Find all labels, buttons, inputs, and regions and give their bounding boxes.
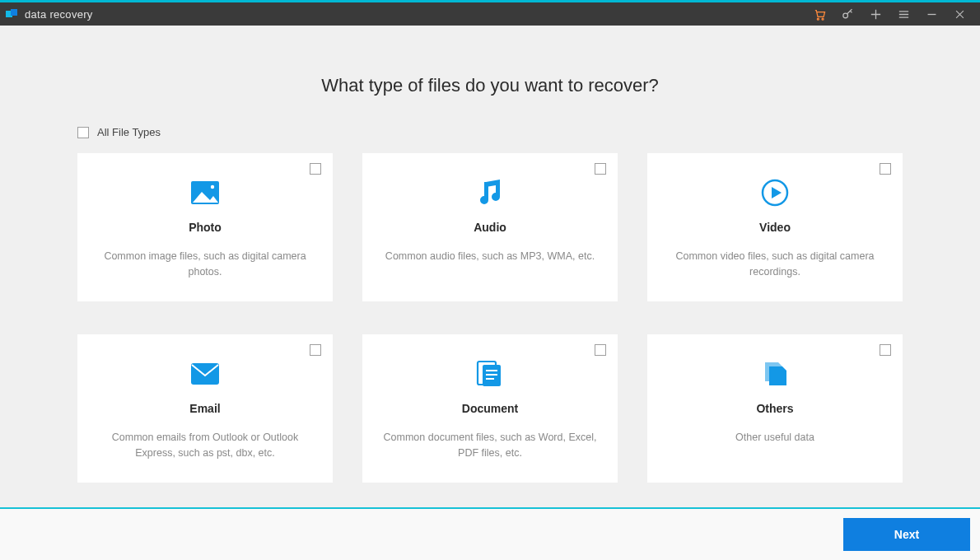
all-file-types-label: All File Types bbox=[97, 126, 161, 138]
cart-icon[interactable] bbox=[805, 2, 833, 26]
svg-point-6 bbox=[211, 185, 214, 189]
all-file-types-checkbox[interactable] bbox=[77, 127, 89, 138]
document-icon bbox=[475, 357, 505, 390]
card-photo-title: Photo bbox=[189, 221, 222, 234]
card-email-checkbox[interactable] bbox=[310, 344, 321, 356]
card-video-title: Video bbox=[759, 221, 791, 234]
main-content: What type of files do you want to recove… bbox=[0, 26, 980, 507]
file-type-cards: Photo Common image files, such as digita… bbox=[77, 153, 903, 483]
card-video-checkbox[interactable] bbox=[880, 163, 891, 175]
minimize-icon[interactable] bbox=[917, 2, 945, 26]
all-file-types-row[interactable]: All File Types bbox=[77, 126, 903, 138]
key-icon[interactable] bbox=[833, 2, 861, 26]
card-video[interactable]: Video Common video files, such as digita… bbox=[647, 153, 903, 301]
card-email[interactable]: Email Common emails from Outlook or Outl… bbox=[77, 334, 333, 483]
card-email-title: Email bbox=[189, 402, 220, 415]
play-circle-icon bbox=[760, 176, 790, 209]
card-others-desc: Other useful data bbox=[735, 430, 814, 446]
mail-icon bbox=[190, 357, 220, 390]
card-photo-checkbox[interactable] bbox=[310, 163, 321, 175]
svg-rect-12 bbox=[486, 374, 497, 376]
svg-rect-13 bbox=[486, 378, 494, 380]
next-button[interactable]: Next bbox=[843, 518, 970, 551]
card-document-title: Document bbox=[462, 402, 518, 415]
page-heading: What type of files do you want to recove… bbox=[321, 75, 659, 96]
image-icon bbox=[190, 176, 220, 209]
card-document[interactable]: Document Common document files, such as … bbox=[362, 334, 618, 483]
files-icon bbox=[760, 357, 790, 390]
card-audio-desc: Common audio files, such as MP3, WMA, et… bbox=[385, 249, 595, 264]
svg-point-4 bbox=[842, 13, 847, 18]
card-audio-checkbox[interactable] bbox=[595, 163, 606, 175]
card-email-desc: Common emails from Outlook or Outlook Ex… bbox=[98, 430, 312, 461]
svg-rect-8 bbox=[191, 363, 219, 385]
card-others-title: Others bbox=[756, 402, 793, 415]
card-document-checkbox[interactable] bbox=[595, 344, 606, 356]
plus-icon[interactable] bbox=[861, 2, 889, 26]
card-photo[interactable]: Photo Common image files, such as digita… bbox=[77, 153, 333, 301]
menu-icon[interactable] bbox=[889, 2, 917, 26]
card-document-desc: Common document files, such as Word, Exc… bbox=[383, 430, 597, 461]
footer-bar: Next bbox=[0, 507, 980, 560]
svg-rect-1 bbox=[11, 9, 17, 16]
card-video-desc: Common video files, such as digital came… bbox=[668, 249, 882, 280]
svg-point-3 bbox=[822, 18, 824, 20]
app-title: data recovery bbox=[25, 8, 93, 21]
close-icon[interactable] bbox=[945, 2, 973, 26]
card-audio-title: Audio bbox=[474, 221, 506, 234]
svg-rect-11 bbox=[486, 370, 497, 371]
card-audio[interactable]: Audio Common audio files, such as MP3, W… bbox=[362, 153, 618, 301]
music-icon bbox=[477, 176, 503, 209]
svg-point-2 bbox=[817, 18, 819, 20]
titlebar: data recovery bbox=[0, 2, 980, 26]
app-logo-icon bbox=[5, 7, 18, 21]
card-photo-desc: Common image files, such as digital came… bbox=[98, 249, 312, 280]
card-others-checkbox[interactable] bbox=[880, 344, 891, 356]
card-others[interactable]: Others Other useful data bbox=[647, 334, 903, 483]
